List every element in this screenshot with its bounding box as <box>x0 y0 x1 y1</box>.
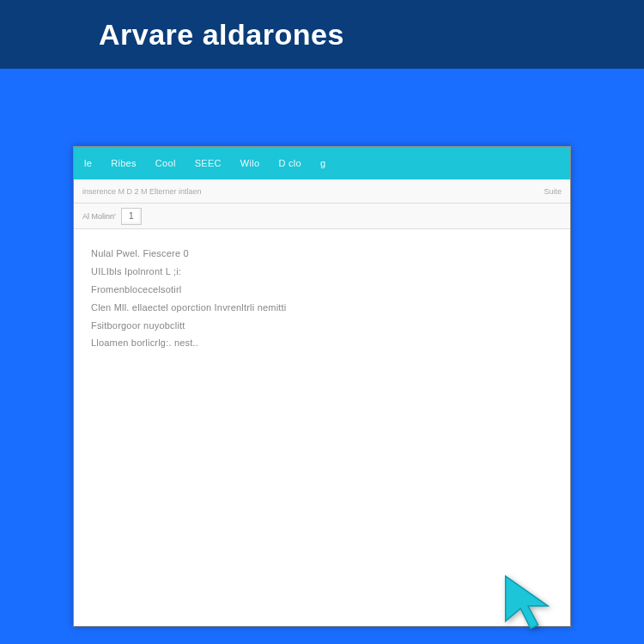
content-line-4: Fsitborgoor nuyobclitt <box>91 317 553 335</box>
page-title: Arvare aldarones <box>99 18 344 52</box>
page-number-input[interactable]: 1 <box>121 208 142 225</box>
secondary-label: Al Molinn' <box>82 212 116 221</box>
menu-item-3[interactable]: SEEC <box>195 158 222 168</box>
document-content: Nulal Pwel. Fiescere 0 UILIbls Ipolnront… <box>74 229 570 626</box>
content-line-1: UILIbls Ipolnront L ;i: <box>91 263 553 281</box>
header-bar: Arvare aldarones <box>0 0 644 69</box>
toolbar-left: inserence M D 2 M Elterner intlaen <box>82 187 202 196</box>
menu-item-4[interactable]: Wilo <box>240 158 260 168</box>
menubar: le Ribes Cool SEEC Wilo D clo g <box>74 147 570 179</box>
menu-item-0[interactable]: le <box>84 158 92 168</box>
app-window: le Ribes Cool SEEC Wilo D clo g inserenc… <box>73 146 571 627</box>
content-line-3: Clen Mll. ellaectel oporction Invrenltrl… <box>91 299 553 317</box>
menu-item-5[interactable]: D clo <box>278 158 301 168</box>
toolbar: inserence M D 2 M Elterner intlaen Suite <box>74 179 570 204</box>
content-line-0: Nulal Pwel. Fiescere 0 <box>91 245 553 263</box>
menu-item-1[interactable]: Ribes <box>111 158 137 168</box>
cursor-icon <box>498 571 558 631</box>
content-line-2: Fromenblocecelsotirl <box>91 281 553 299</box>
secondary-toolbar: Al Molinn' 1 <box>74 204 570 229</box>
toolbar-info-text: inserence M D 2 M Elterner intlaen <box>82 187 202 196</box>
content-line-5: Lloamen borlicrlg:. nest.. <box>91 334 553 352</box>
toolbar-right-label: Suite <box>544 187 562 196</box>
menu-item-6[interactable]: g <box>320 158 325 168</box>
menu-item-2[interactable]: Cool <box>155 158 176 168</box>
